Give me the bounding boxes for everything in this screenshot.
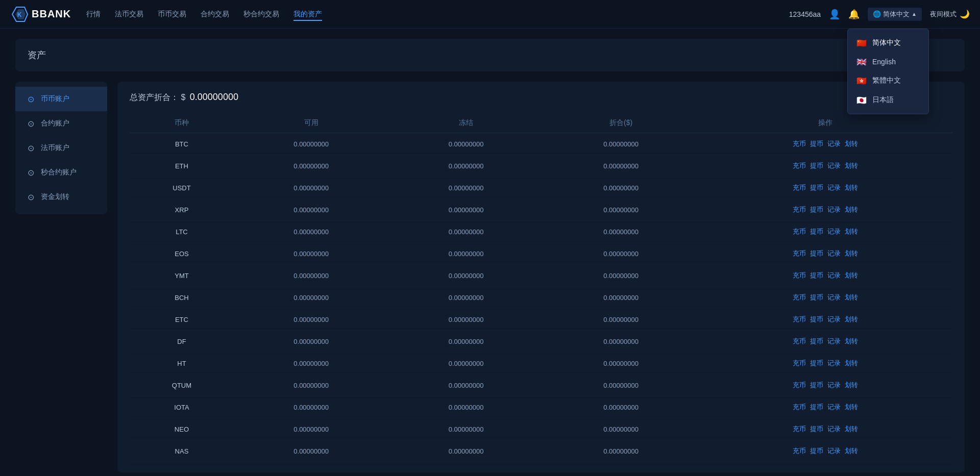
table-row: YMT0.000000000.000000000.00000000充币提币记录划… (130, 265, 952, 287)
action-划转-neo[interactable]: 划转 (845, 424, 858, 434)
table-header-row: 币种 可用 冻结 折合($) 操作 (130, 113, 952, 133)
action-充币-qtum[interactable]: 充币 (793, 381, 806, 390)
sidebar-item-contract-account[interactable]: ⊙ 合约账户 (15, 111, 107, 136)
lang-option-japanese[interactable]: 🇯🇵 日本語 (848, 90, 928, 110)
action-充币-usdt[interactable]: 充币 (793, 183, 806, 192)
action-记录-nas[interactable]: 记录 (827, 446, 841, 456)
action-充币-bch[interactable]: 充币 (793, 293, 806, 302)
sidebar-item-coin-account[interactable]: ⊙ 币币账户 (15, 87, 107, 111)
action-记录-xrp[interactable]: 记录 (827, 205, 841, 214)
action-提币-etc[interactable]: 提币 (810, 315, 823, 324)
action-记录-ht[interactable]: 记录 (827, 359, 841, 368)
action-提币-bch[interactable]: 提币 (810, 293, 823, 302)
sidebar-item-fund-transfer[interactable]: ⊙ 资金划转 (15, 185, 107, 209)
svg-text:K: K (17, 11, 22, 18)
action-提币-btc[interactable]: 提币 (810, 139, 823, 148)
action-提币-qtum[interactable]: 提币 (810, 381, 823, 390)
cell-available-eos: 0.00000000 (234, 243, 388, 265)
action-充币-btc[interactable]: 充币 (793, 139, 806, 148)
cell-coin-eos: EOS (130, 243, 234, 265)
action-充币-ymt[interactable]: 充币 (793, 271, 806, 280)
cell-equivalent-ht: 0.00000000 (544, 353, 698, 374)
action-划转-btc[interactable]: 划转 (845, 139, 858, 148)
action-记录-bch[interactable]: 记录 (827, 293, 841, 302)
cell-coin-qtum: QTUM (130, 374, 234, 396)
action-划转-bch[interactable]: 划转 (845, 293, 858, 302)
table-row: ETC0.000000000.000000000.00000000充币提币记录划… (130, 309, 952, 331)
lang-option-zh-traditional[interactable]: 🇭🇰 繁體中文 (848, 71, 928, 90)
action-记录-usdt[interactable]: 记录 (827, 183, 841, 192)
action-提币-eth[interactable]: 提币 (810, 161, 823, 170)
cell-available-ht: 0.00000000 (234, 353, 388, 374)
cell-frozen-xrp: 0.00000000 (388, 199, 543, 221)
cell-coin-eth: ETH (130, 155, 234, 177)
table-row: HT0.000000000.000000000.00000000充币提币记录划转 (130, 353, 952, 374)
action-划转-ymt[interactable]: 划转 (845, 271, 858, 280)
lang-option-english[interactable]: 🇬🇧 English (848, 53, 928, 71)
action-记录-eth[interactable]: 记录 (827, 161, 841, 170)
table-row: QTUM0.000000000.000000000.00000000充币提币记录… (130, 374, 952, 396)
action-充币-eos[interactable]: 充币 (793, 249, 806, 258)
cell-equivalent-eth: 0.00000000 (544, 155, 698, 177)
action-划转-ltc[interactable]: 划转 (845, 227, 858, 236)
action-充币-ht[interactable]: 充币 (793, 359, 806, 368)
action-提币-iota[interactable]: 提币 (810, 403, 823, 412)
second-contract-icon: ⊙ (26, 167, 36, 178)
action-记录-btc[interactable]: 记录 (827, 139, 841, 148)
cell-equivalent-btc: 0.00000000 (544, 133, 698, 155)
lang-japanese-label: 日本語 (872, 95, 894, 105)
action-记录-df[interactable]: 记录 (827, 337, 841, 346)
bell-icon[interactable]: 🔔 (848, 9, 860, 20)
action-划转-etc[interactable]: 划转 (845, 315, 858, 324)
action-提币-nas[interactable]: 提币 (810, 446, 823, 456)
action-充币-iota[interactable]: 充币 (793, 403, 806, 412)
nav-second-contract[interactable]: 秒合约交易 (243, 8, 279, 21)
action-提币-xrp[interactable]: 提币 (810, 205, 823, 214)
sidebar-item-second-contract-account[interactable]: ⊙ 秒合约账户 (15, 160, 107, 185)
action-划转-usdt[interactable]: 划转 (845, 183, 858, 192)
user-icon[interactable]: 👤 (829, 9, 840, 20)
action-记录-iota[interactable]: 记录 (827, 403, 841, 412)
nav-market[interactable]: 行情 (86, 8, 101, 21)
lang-selector[interactable]: 🌐 简体中文 ▲ (868, 8, 922, 21)
nav-coin-trade[interactable]: 币币交易 (158, 8, 186, 21)
logo[interactable]: K BBANK (10, 5, 71, 23)
action-充币-nas[interactable]: 充币 (793, 446, 806, 456)
action-划转-iota[interactable]: 划转 (845, 403, 858, 412)
action-提币-usdt[interactable]: 提币 (810, 183, 823, 192)
action-提币-ltc[interactable]: 提币 (810, 227, 823, 236)
action-划转-eth[interactable]: 划转 (845, 161, 858, 170)
action-提币-ht[interactable]: 提币 (810, 359, 823, 368)
action-划转-ht[interactable]: 划转 (845, 359, 858, 368)
action-划转-eos[interactable]: 划转 (845, 249, 858, 258)
action-充币-df[interactable]: 充币 (793, 337, 806, 346)
action-提币-eos[interactable]: 提币 (810, 249, 823, 258)
action-划转-df[interactable]: 划转 (845, 337, 858, 346)
action-划转-qtum[interactable]: 划转 (845, 381, 858, 390)
main-nav: 行情 法币交易 币币交易 合约交易 秒合约交易 我的资产 (86, 8, 789, 21)
sidebar-item-fiat-account[interactable]: ⊙ 法币账户 (15, 136, 107, 160)
username-label: 123456aa (789, 10, 821, 18)
nav-fiat-trade[interactable]: 法币交易 (115, 8, 143, 21)
action-划转-nas[interactable]: 划转 (845, 446, 858, 456)
lang-option-zh-simplified[interactable]: 🇨🇳 简体中文 (848, 33, 928, 53)
action-充币-ltc[interactable]: 充币 (793, 227, 806, 236)
action-提币-ymt[interactable]: 提币 (810, 271, 823, 280)
lang-label: 简体中文 (883, 10, 910, 19)
night-mode-toggle[interactable]: 夜间模式 🌙 (930, 9, 970, 19)
action-充币-neo[interactable]: 充币 (793, 424, 806, 434)
action-记录-neo[interactable]: 记录 (827, 424, 841, 434)
action-记录-etc[interactable]: 记录 (827, 315, 841, 324)
action-划转-xrp[interactable]: 划转 (845, 205, 858, 214)
nav-contract-trade[interactable]: 合约交易 (201, 8, 229, 21)
action-充币-eth[interactable]: 充币 (793, 161, 806, 170)
action-提币-neo[interactable]: 提币 (810, 424, 823, 434)
action-记录-eos[interactable]: 记录 (827, 249, 841, 258)
action-记录-qtum[interactable]: 记录 (827, 381, 841, 390)
action-充币-etc[interactable]: 充币 (793, 315, 806, 324)
action-充币-xrp[interactable]: 充币 (793, 205, 806, 214)
nav-my-assets[interactable]: 我的资产 (293, 8, 322, 21)
action-提币-df[interactable]: 提币 (810, 337, 823, 346)
action-记录-ltc[interactable]: 记录 (827, 227, 841, 236)
action-记录-ymt[interactable]: 记录 (827, 271, 841, 280)
